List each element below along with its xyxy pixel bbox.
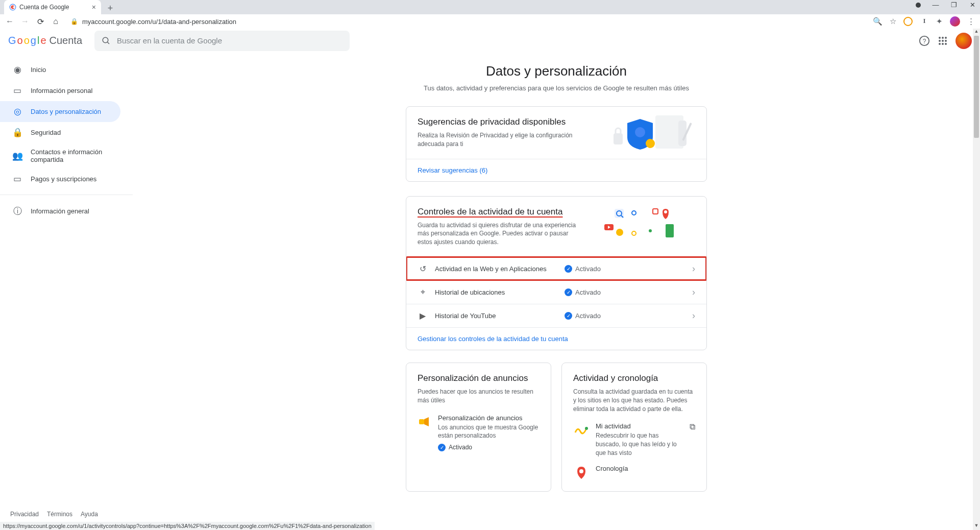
svg-line-2 [107, 42, 109, 44]
sidebar-nav: ◉ Inicio ▭ Información personal ◎ Datos … [0, 53, 133, 530]
activity-timeline-card: Actividad y cronología Consulta la activ… [561, 363, 707, 492]
address-bar[interactable]: 🔒 myaccount.google.com/u/1/data-and-pers… [66, 18, 867, 26]
google-account-logo[interactable]: Google Cuenta [8, 35, 82, 46]
timeline-card-title: Actividad y cronología [573, 373, 695, 383]
minimize-button[interactable]: — [930, 1, 941, 9]
svg-point-1 [103, 37, 108, 43]
app-header: Google Cuenta Buscar en la cuenta de Goo… [0, 29, 980, 53]
reload-button[interactable]: ⟳ [36, 17, 45, 27]
svg-rect-32 [666, 224, 674, 237]
nav-data-personalization[interactable]: ◎ Datos y personalización [0, 101, 120, 122]
record-icon[interactable] [916, 3, 921, 8]
scroll-up-button[interactable]: ▲ [973, 29, 980, 36]
svg-rect-33 [419, 419, 424, 424]
svg-point-16 [635, 127, 645, 137]
nav-about[interactable]: ⓘ Información general [0, 200, 133, 222]
account-avatar[interactable] [955, 33, 972, 49]
nav-personal-info[interactable]: ▭ Información personal [0, 80, 133, 101]
apps-grid-icon[interactable] [938, 36, 947, 45]
scroll-down-button[interactable]: ▼ [973, 523, 980, 530]
help-icon[interactable]: ? [919, 35, 930, 46]
extension-1-icon[interactable] [903, 17, 913, 26]
id-card-icon: ▭ [12, 85, 22, 96]
activity-icons-illustration [604, 203, 696, 244]
svg-point-8 [939, 40, 941, 42]
user-circle-icon: ◉ [12, 64, 22, 75]
nav-separator [0, 195, 133, 195]
privacy-shield-illustration [604, 113, 696, 154]
back-button[interactable]: ← [5, 17, 14, 26]
search-placeholder: Buscar en la cuenta de Google [117, 36, 222, 45]
chevron-right-icon: › [692, 287, 695, 298]
location-pin-icon: ⌖ [418, 287, 428, 297]
page-zoom-icon[interactable]: 🔍 [873, 17, 883, 26]
bookmark-icon[interactable]: ☆ [890, 17, 896, 26]
browser-status-bar: https://myaccount.google.com/u/1/activit… [0, 522, 375, 530]
map-pin-icon [573, 465, 590, 481]
svg-point-34 [585, 427, 588, 430]
tab-close-icon[interactable]: × [92, 3, 96, 11]
extension-2-icon[interactable]: I [920, 17, 929, 26]
scroll-thumb[interactable] [974, 36, 979, 138]
ads-card-desc: Puedes hacer que los anuncios te resulte… [418, 388, 540, 405]
tab-title: Cuenta de Google [19, 4, 89, 11]
privacy-link[interactable]: Privacidad [10, 511, 39, 518]
url-text: myaccount.google.com/u/1/data-and-person… [82, 18, 236, 26]
privacy-suggestions-card: Sugerencias de privacidad disponibles Re… [406, 106, 707, 182]
review-suggestions-link[interactable]: Revisar sugerencias (6) [406, 159, 706, 181]
browser-menu-icon[interactable]: ⋮ [967, 17, 975, 26]
activity-wave-icon [573, 422, 590, 439]
nav-people-sharing[interactable]: 👥 Contactos e información compartida [0, 143, 133, 168]
maximize-button[interactable]: ❐ [948, 1, 960, 9]
timeline-card-desc: Consulta la actividad guardada en tu cue… [573, 388, 695, 413]
svg-point-9 [942, 40, 944, 42]
people-icon: 👥 [12, 151, 22, 161]
profile-avatar-icon[interactable] [950, 16, 960, 27]
youtube-history-row[interactable]: ▶ Historial de YouTube ✓ Activado › [406, 304, 706, 327]
svg-point-30 [632, 231, 636, 235]
activity-controls-card: Controles de la actividad de tu cuenta G… [406, 196, 707, 350]
manage-activity-link[interactable]: Gestionar los controles de la actividad … [406, 327, 706, 350]
nav-home[interactable]: ◉ Inicio [0, 59, 133, 80]
page-scrollbar[interactable]: ▲ ▼ [973, 29, 980, 530]
footer-links: Privacidad Términos Ayuda [10, 511, 98, 518]
browser-chrome: Cuenta de Google × + — ❐ ✕ ← → ⟳ ⌂ 🔒 mya… [0, 0, 980, 29]
nav-payments[interactable]: ▭ Pagos y suscripciones [0, 168, 133, 189]
search-input[interactable]: Buscar en la cuenta de Google [94, 31, 350, 51]
location-history-row[interactable]: ⌖ Historial de ubicaciones ✓ Activado › [406, 280, 706, 304]
new-tab-button[interactable]: + [104, 2, 116, 14]
ad-personalization-card: Personalización de anuncios Puedes hacer… [406, 363, 551, 492]
info-icon: ⓘ [12, 205, 22, 217]
open-external-icon: ⧉ [690, 422, 695, 431]
browser-tab[interactable]: Cuenta de Google × [4, 0, 101, 14]
close-window-button[interactable]: ✕ [967, 1, 978, 9]
timeline-row[interactable]: Cronología [573, 465, 695, 481]
svg-point-7 [945, 37, 947, 39]
nav-security[interactable]: 🔒 Seguridad [0, 122, 133, 143]
check-icon: ✓ [565, 265, 572, 273]
history-icon: ↺ [418, 264, 428, 274]
youtube-icon: ▶ [418, 311, 428, 321]
extensions-icon[interactable]: ✦ [936, 17, 943, 26]
svg-point-12 [942, 43, 944, 45]
forward-button[interactable]: → [20, 17, 30, 26]
svg-rect-25 [653, 209, 658, 214]
svg-point-29 [616, 229, 623, 236]
window-controls: — ❐ ✕ [916, 1, 978, 9]
lock-icon: 🔒 [12, 127, 22, 138]
web-app-activity-row[interactable]: ↺ Actividad en la Web y en Aplicaciones … [406, 257, 706, 280]
activity-card-desc: Guarda tu actividad si quieres disfrutar… [418, 221, 581, 247]
home-button[interactable]: ⌂ [51, 17, 60, 26]
ads-item-row[interactable]: Personalización de anuncios Los anuncios… [418, 414, 540, 452]
ads-card-title: Personalización de anuncios [418, 373, 540, 383]
svg-text:?: ? [923, 37, 926, 44]
page-subtitle: Tus datos, actividad y preferencias para… [133, 84, 980, 92]
megaphone-icon [418, 414, 432, 430]
svg-point-5 [939, 37, 941, 39]
svg-point-26 [664, 210, 667, 213]
terms-link[interactable]: Términos [47, 511, 72, 518]
help-link[interactable]: Ayuda [81, 511, 98, 518]
my-activity-row[interactable]: Mi actividad Redescubrir lo que has busc… [573, 422, 695, 457]
card-icon: ▭ [12, 174, 22, 184]
privacy-card-desc: Realiza la Revisión de Privacidad y elig… [418, 131, 581, 149]
